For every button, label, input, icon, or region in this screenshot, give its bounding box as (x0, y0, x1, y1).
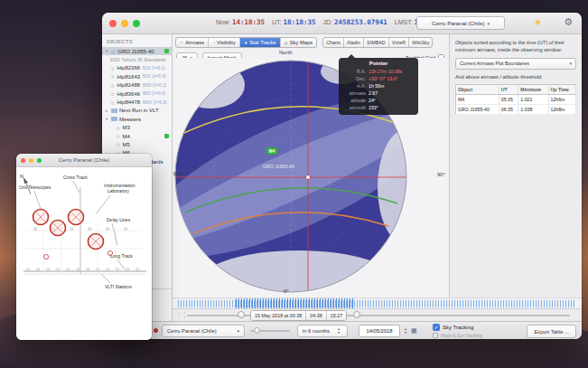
tab-airmass[interactable]: Airmass (176, 38, 209, 47)
sidebar-item-detail: B2II (V=5.1) (143, 66, 165, 71)
sky-maps-icon (285, 41, 288, 45)
location-pin-icon (154, 328, 158, 333)
star-icon (116, 133, 120, 139)
m4-map-badge[interactable]: M4 (266, 147, 277, 155)
calendar-icon[interactable] (411, 327, 417, 335)
settings-gear-icon[interactable] (564, 16, 573, 28)
sidebar-group-telluric-standards: ESO Telluric IR Standards (102, 55, 172, 63)
star-icon (110, 73, 115, 80)
zoom-button[interactable] (133, 20, 140, 27)
minimize-button[interactable] (121, 20, 128, 27)
sidebar-item-detail: B8V (V=5.6) (143, 91, 165, 96)
slider-handle-start[interactable] (238, 311, 245, 318)
col-ut[interactable]: UT (499, 85, 518, 95)
close-button[interactable] (21, 158, 25, 163)
sidebar-item-gro-j1655-40[interactable]: GRO J1655-40 (102, 47, 172, 55)
window-controls (21, 158, 42, 163)
cross-track-label: Cross Track (63, 175, 88, 180)
zoom-button[interactable] (37, 158, 42, 163)
sidebar-item-detail: B5III (V=5.2) (143, 83, 166, 88)
close-button[interactable] (109, 20, 117, 27)
tab-wikisky[interactable]: WikiSky (409, 38, 432, 47)
date-control: 14/05/2018 (359, 325, 417, 337)
col-object[interactable]: Object (456, 85, 499, 95)
star-icon (110, 90, 115, 97)
sidebar-folder-label: Next Run in VLT (119, 108, 159, 113)
bottom-site-select[interactable]: Cerro Paranal (Chile) (162, 325, 245, 337)
range-select-wrap: in 6 months (297, 325, 348, 337)
datetime-button[interactable]: 15 May 2018 at 00:38 (251, 311, 306, 320)
sky-tracking-option: Sky Tracking (433, 324, 473, 331)
sorting-intro-text: Objects sorted according to the time (UT… (455, 40, 576, 54)
vlti-stations-label: VLTI Stations (105, 284, 132, 289)
drag-handle-icon[interactable] (176, 311, 187, 318)
sidebar-item-hip84478[interactable]: Hip84478 B9IV (V=5.8) (102, 98, 172, 106)
night-histogram-strip (173, 297, 582, 308)
sidebar-item-hip81488[interactable]: Hip81488 B5III (V=5.2) (102, 81, 172, 90)
bottom-bar: Cerro Paranal (Chile) in 6 months 14/05/… (102, 321, 582, 339)
sidebar-item-label: M3 (122, 125, 129, 130)
table-row[interactable]: M4 05:35 1.021 12h6m (456, 95, 576, 105)
date-stepper-icon[interactable] (402, 327, 409, 335)
star-icon (116, 141, 120, 147)
tab-label: Aladin (347, 40, 360, 45)
time-button-1527[interactable]: 15:27 (327, 311, 347, 320)
sidebar-item-hip81643[interactable]: Hip81643 B3V (V=5.4) (102, 72, 172, 80)
export-table-button[interactable]: Export Table ... (527, 325, 576, 338)
sidebar-item-hip82366[interactable]: Hip82366 B2II (V=5.1) (102, 64, 172, 72)
sky-tracking-checkbox[interactable] (433, 324, 440, 331)
tab-visibility[interactable]: Visibility (209, 38, 240, 47)
folder-icon (111, 109, 117, 113)
azimuth-0-label: 0° (284, 288, 289, 294)
tab-label: Sky Maps (290, 40, 313, 45)
sidebar-folder-next-run-in-vlt[interactable]: Next Run in VLT (102, 107, 172, 115)
minimize-button[interactable] (29, 158, 33, 163)
visibility-icon (212, 41, 215, 45)
tab-star-tracks[interactable]: Star Tracks (240, 38, 281, 47)
window-controls (109, 20, 140, 27)
tab-charts[interactable]: Charts (323, 38, 344, 47)
main-window: Now: 14:18:35 UT: 18:18:35 JD: 2458253.0… (102, 13, 582, 339)
range-slider-handle[interactable] (254, 327, 260, 334)
pointer-tooltip: Pointer R.A.13h 27m 10.08s Dec.+30° 07' … (339, 58, 418, 115)
star-icon (110, 65, 115, 71)
col-minimum[interactable]: Minimum (518, 85, 548, 95)
tab-sky-maps[interactable]: Sky Maps (281, 38, 317, 47)
aux-tab-group: Charts Aladin SIMBAD VizieR WikiSky (322, 37, 433, 48)
target-icon (111, 48, 116, 54)
sidebar-item-m4[interactable]: M4 (102, 132, 172, 140)
range-select[interactable]: in 6 months (297, 325, 348, 337)
tooltip-row-altitude: altitude24° (342, 97, 415, 104)
azimuth-90-label: 90° (437, 172, 445, 177)
mini-titlebar: Cerro Paranal (Chile) (16, 154, 152, 167)
select-value: Current Airmass Plot Boundaries (460, 61, 529, 66)
tab-label: Visibility (217, 40, 236, 45)
objects-header: OBJECTS (102, 34, 172, 47)
date-field[interactable]: 14/05/2018 (359, 325, 400, 337)
main-tab-group: Airmass Visibility Star Tracks Sky Maps (175, 37, 317, 48)
site-map-window: Cerro Paranal (Chile) N (16, 154, 152, 340)
site-selector[interactable]: Cerro Paranal (Chile) (416, 16, 505, 30)
tab-simbad[interactable]: SIMBAD (364, 38, 389, 47)
slider-handle-end[interactable] (353, 311, 360, 318)
tooltip-row-airmass: airmass2.67 (342, 90, 415, 97)
airmass-boundaries-select[interactable]: Current Airmass Plot Boundaries (455, 58, 576, 70)
sidebar-item-m5[interactable]: M5 (102, 140, 172, 148)
sidebar-item-m3[interactable]: M3 (102, 124, 172, 132)
laboratory-label: Laboratory (107, 188, 129, 193)
checkbox-label: Sky Tracking (443, 325, 473, 330)
favorites-star-icon[interactable] (534, 17, 542, 27)
moon-sun-tracking-checkbox[interactable] (433, 333, 438, 338)
tab-vizier[interactable]: VizieR (389, 38, 409, 47)
desktop: Now: 14:18:35 UT: 18:18:35 JD: 2458253.0… (0, 0, 588, 368)
table-row[interactable]: GRO J1655-40 06:35 1.038 12h8m (456, 105, 576, 115)
chevron-down-icon (487, 20, 490, 26)
sidebar-item-hip83646[interactable]: Hip83646 B8V (V=5.6) (102, 90, 172, 98)
sidebar-folder-messiers[interactable]: Messiers (102, 115, 172, 123)
object-marker (306, 175, 310, 179)
stepper-icon[interactable] (335, 327, 342, 335)
col-uptime[interactable]: Up Time (548, 85, 575, 95)
time-button-0438[interactable]: 04:38 (306, 311, 327, 320)
airmass-icon (180, 41, 183, 45)
tab-aladin[interactable]: Aladin (344, 38, 364, 47)
